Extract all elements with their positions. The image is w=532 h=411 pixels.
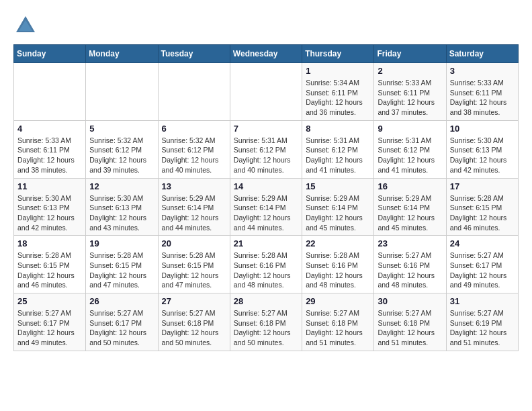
page-header [13, 13, 519, 38]
day-info: Sunrise: 5:27 AM Sunset: 6:18 PM Dayligh… [378, 308, 442, 348]
day-number: 9 [378, 124, 442, 134]
calendar-table: SundayMondayTuesdayWednesdayThursdayFrid… [13, 44, 519, 351]
day-info: Sunrise: 5:28 AM Sunset: 6:16 PM Dayligh… [234, 250, 298, 290]
day-number: 21 [234, 238, 298, 248]
calendar-cell: 5Sunrise: 5:32 AM Sunset: 6:12 PM Daylig… [86, 120, 158, 178]
calendar-cell: 14Sunrise: 5:29 AM Sunset: 6:14 PM Dayli… [230, 178, 302, 236]
calendar-header: SundayMondayTuesdayWednesdayThursdayFrid… [14, 45, 519, 63]
calendar-cell: 19Sunrise: 5:28 AM Sunset: 6:15 PM Dayli… [86, 236, 158, 293]
day-info: Sunrise: 5:31 AM Sunset: 6:12 PM Dayligh… [378, 136, 442, 175]
day-info: Sunrise: 5:29 AM Sunset: 6:14 PM Dayligh… [162, 193, 226, 233]
day-info: Sunrise: 5:33 AM Sunset: 6:11 PM Dayligh… [450, 78, 515, 118]
calendar-cell: 10Sunrise: 5:30 AM Sunset: 6:13 PM Dayli… [446, 120, 518, 178]
calendar-cell: 13Sunrise: 5:29 AM Sunset: 6:14 PM Dayli… [158, 178, 230, 236]
day-info: Sunrise: 5:27 AM Sunset: 6:17 PM Dayligh… [450, 250, 515, 290]
day-info: Sunrise: 5:28 AM Sunset: 6:15 PM Dayligh… [162, 250, 226, 290]
calendar-cell [230, 63, 302, 121]
calendar-cell: 8Sunrise: 5:31 AM Sunset: 6:12 PM Daylig… [302, 120, 374, 178]
day-number: 23 [378, 238, 442, 248]
day-info: Sunrise: 5:33 AM Sunset: 6:11 PM Dayligh… [378, 78, 442, 118]
day-info: Sunrise: 5:30 AM Sunset: 6:13 PM Dayligh… [17, 193, 82, 233]
day-number: 14 [234, 181, 298, 191]
day-info: Sunrise: 5:29 AM Sunset: 6:14 PM Dayligh… [378, 193, 442, 233]
day-header-wednesday: Wednesday [230, 45, 302, 63]
day-number: 30 [378, 296, 442, 306]
week-row-2: 4Sunrise: 5:33 AM Sunset: 6:11 PM Daylig… [14, 120, 519, 178]
calendar-cell [86, 63, 158, 121]
day-number: 25 [17, 296, 82, 306]
calendar-cell: 17Sunrise: 5:28 AM Sunset: 6:15 PM Dayli… [446, 178, 518, 236]
day-number: 10 [450, 124, 515, 134]
day-info: Sunrise: 5:31 AM Sunset: 6:12 PM Dayligh… [234, 136, 298, 175]
day-number: 28 [234, 296, 298, 306]
calendar-cell: 20Sunrise: 5:28 AM Sunset: 6:15 PM Dayli… [158, 236, 230, 293]
days-of-week-row: SundayMondayTuesdayWednesdayThursdayFrid… [14, 45, 519, 63]
calendar-body: 1Sunrise: 5:34 AM Sunset: 6:11 PM Daylig… [14, 63, 519, 351]
day-info: Sunrise: 5:28 AM Sunset: 6:15 PM Dayligh… [450, 193, 515, 233]
day-header-friday: Friday [374, 45, 446, 63]
calendar-cell: 28Sunrise: 5:27 AM Sunset: 6:18 PM Dayli… [230, 293, 302, 351]
day-info: Sunrise: 5:28 AM Sunset: 6:16 PM Dayligh… [306, 250, 370, 290]
day-number: 16 [378, 181, 442, 191]
week-row-3: 11Sunrise: 5:30 AM Sunset: 6:13 PM Dayli… [14, 178, 519, 236]
calendar-cell: 21Sunrise: 5:28 AM Sunset: 6:16 PM Dayli… [230, 236, 302, 293]
day-number: 31 [450, 296, 515, 306]
day-info: Sunrise: 5:27 AM Sunset: 6:18 PM Dayligh… [234, 308, 298, 348]
logo [13, 13, 42, 38]
day-info: Sunrise: 5:33 AM Sunset: 6:11 PM Dayligh… [17, 136, 82, 175]
day-number: 15 [306, 181, 370, 191]
calendar-cell: 12Sunrise: 5:30 AM Sunset: 6:13 PM Dayli… [86, 178, 158, 236]
day-info: Sunrise: 5:27 AM Sunset: 6:17 PM Dayligh… [89, 308, 154, 348]
calendar-cell: 29Sunrise: 5:27 AM Sunset: 6:18 PM Dayli… [302, 293, 374, 351]
day-number: 8 [306, 124, 370, 134]
day-header-saturday: Saturday [446, 45, 518, 63]
day-info: Sunrise: 5:27 AM Sunset: 6:16 PM Dayligh… [378, 250, 442, 290]
week-row-4: 18Sunrise: 5:28 AM Sunset: 6:15 PM Dayli… [14, 236, 519, 293]
day-info: Sunrise: 5:29 AM Sunset: 6:14 PM Dayligh… [306, 193, 370, 233]
logo-icon [13, 13, 38, 38]
day-header-thursday: Thursday [302, 45, 374, 63]
day-info: Sunrise: 5:28 AM Sunset: 6:15 PM Dayligh… [89, 250, 154, 290]
day-number: 17 [450, 181, 515, 191]
calendar-cell: 7Sunrise: 5:31 AM Sunset: 6:12 PM Daylig… [230, 120, 302, 178]
day-info: Sunrise: 5:34 AM Sunset: 6:11 PM Dayligh… [306, 78, 370, 118]
day-number: 12 [89, 181, 154, 191]
calendar-cell: 9Sunrise: 5:31 AM Sunset: 6:12 PM Daylig… [374, 120, 446, 178]
day-number: 11 [17, 181, 82, 191]
day-number: 1 [306, 66, 370, 76]
day-info: Sunrise: 5:32 AM Sunset: 6:12 PM Dayligh… [89, 136, 154, 175]
day-info: Sunrise: 5:27 AM Sunset: 6:18 PM Dayligh… [306, 308, 370, 348]
day-info: Sunrise: 5:32 AM Sunset: 6:12 PM Dayligh… [162, 136, 226, 175]
calendar-cell: 3Sunrise: 5:33 AM Sunset: 6:11 PM Daylig… [446, 63, 518, 121]
calendar-cell [14, 63, 86, 121]
day-number: 27 [162, 296, 226, 306]
day-info: Sunrise: 5:28 AM Sunset: 6:15 PM Dayligh… [17, 250, 82, 290]
day-info: Sunrise: 5:30 AM Sunset: 6:13 PM Dayligh… [89, 193, 154, 233]
calendar-cell: 22Sunrise: 5:28 AM Sunset: 6:16 PM Dayli… [302, 236, 374, 293]
day-number: 3 [450, 66, 515, 76]
day-number: 22 [306, 238, 370, 248]
calendar-cell: 4Sunrise: 5:33 AM Sunset: 6:11 PM Daylig… [14, 120, 86, 178]
day-info: Sunrise: 5:27 AM Sunset: 6:17 PM Dayligh… [17, 308, 82, 348]
week-row-5: 25Sunrise: 5:27 AM Sunset: 6:17 PM Dayli… [14, 293, 519, 351]
day-number: 5 [89, 124, 154, 134]
calendar-cell: 15Sunrise: 5:29 AM Sunset: 6:14 PM Dayli… [302, 178, 374, 236]
day-number: 24 [450, 238, 515, 248]
day-info: Sunrise: 5:27 AM Sunset: 6:19 PM Dayligh… [450, 308, 515, 348]
calendar-cell: 27Sunrise: 5:27 AM Sunset: 6:18 PM Dayli… [158, 293, 230, 351]
day-number: 13 [162, 181, 226, 191]
calendar-cell: 2Sunrise: 5:33 AM Sunset: 6:11 PM Daylig… [374, 63, 446, 121]
day-number: 2 [378, 66, 442, 76]
calendar-cell: 6Sunrise: 5:32 AM Sunset: 6:12 PM Daylig… [158, 120, 230, 178]
calendar-cell: 18Sunrise: 5:28 AM Sunset: 6:15 PM Dayli… [14, 236, 86, 293]
calendar-cell [158, 63, 230, 121]
day-header-monday: Monday [86, 45, 158, 63]
calendar-cell: 31Sunrise: 5:27 AM Sunset: 6:19 PM Dayli… [446, 293, 518, 351]
day-number: 18 [17, 238, 82, 248]
day-number: 19 [89, 238, 154, 248]
calendar-cell: 26Sunrise: 5:27 AM Sunset: 6:17 PM Dayli… [86, 293, 158, 351]
calendar-cell: 24Sunrise: 5:27 AM Sunset: 6:17 PM Dayli… [446, 236, 518, 293]
calendar-cell: 16Sunrise: 5:29 AM Sunset: 6:14 PM Dayli… [374, 178, 446, 236]
calendar-cell: 30Sunrise: 5:27 AM Sunset: 6:18 PM Dayli… [374, 293, 446, 351]
week-row-1: 1Sunrise: 5:34 AM Sunset: 6:11 PM Daylig… [14, 63, 519, 121]
